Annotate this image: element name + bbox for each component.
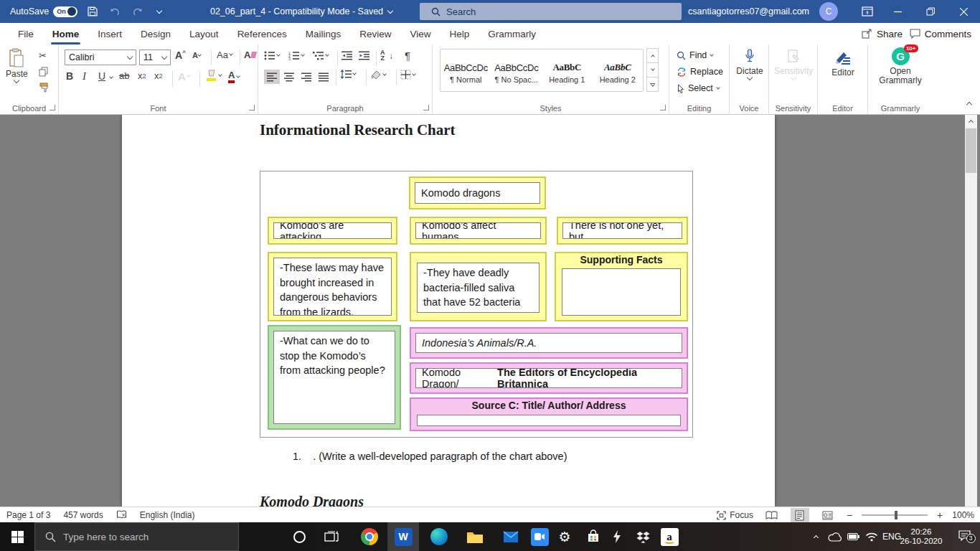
source-a-box[interactable]: Indonesia’s Animals/R.A. — [410, 327, 688, 359]
avatar[interactable]: C — [819, 2, 838, 21]
zoom-level[interactable]: 100% — [952, 510, 974, 520]
web-layout-button[interactable] — [819, 508, 837, 522]
tab-view[interactable]: View — [400, 23, 440, 44]
question-text[interactable]: -What can we do to stop the Komodo’s fro… — [273, 331, 395, 424]
minimize-button[interactable] — [881, 0, 914, 23]
borders-dropdown-icon[interactable] — [412, 72, 416, 76]
evidence-box-b[interactable]: -They have deadly bacteria-filled saliva… — [410, 252, 547, 321]
find-button[interactable]: Find — [677, 50, 713, 60]
tab-home[interactable]: Home — [43, 23, 89, 44]
onedrive-cloud-icon[interactable] — [825, 522, 844, 551]
multilevel-dropdown-icon[interactable] — [325, 52, 329, 57]
comments-button[interactable]: Comments — [910, 23, 971, 44]
tab-grammarly[interactable]: Grammarly — [479, 23, 545, 44]
font-color-button[interactable]: A — [228, 70, 240, 83]
tab-help[interactable]: Help — [440, 23, 479, 44]
cut-icon[interactable]: ✂ — [39, 50, 47, 61]
clear-formatting-button[interactable]: A — [244, 50, 256, 60]
change-case-button[interactable]: Aa — [217, 50, 232, 60]
replace-button[interactable]: Replace — [677, 67, 723, 77]
page-indicator[interactable]: Page 1 of 3 — [0, 510, 57, 520]
align-right-button[interactable] — [298, 70, 314, 84]
font-color-dropdown-icon[interactable] — [237, 74, 241, 78]
editor-button[interactable]: Editor — [828, 49, 858, 77]
edge-icon[interactable] — [423, 522, 455, 551]
collapse-ribbon-icon[interactable] — [966, 102, 972, 108]
search-box[interactable]: Search — [420, 3, 682, 20]
account-email[interactable]: csantiagotorres07@gmail.com — [688, 0, 809, 23]
ribbon-display-options-icon[interactable] — [861, 5, 874, 18]
focus-button[interactable]: Focus — [717, 510, 753, 520]
source-b-text[interactable]: Komodo Dragon/ The Editors of Encycloped… — [415, 368, 682, 388]
borders-button[interactable] — [400, 70, 415, 80]
topic-box[interactable]: Komodo dragons — [409, 176, 546, 209]
superscript-button[interactable]: x2 — [154, 70, 163, 81]
claim-box-b[interactable]: Komodo’s affect humans — [410, 217, 547, 245]
italic-button[interactable]: I — [83, 70, 86, 83]
autosave-toggle[interactable]: AutoSave On — [10, 6, 77, 17]
multilevel-list-button[interactable] — [313, 51, 329, 60]
cortana-icon[interactable] — [283, 522, 315, 551]
shading-dropdown-icon[interactable] — [382, 72, 387, 76]
tab-review[interactable]: Review — [350, 23, 400, 44]
tab-mailings[interactable]: Mailings — [296, 23, 351, 44]
decrease-indent-button[interactable] — [341, 51, 353, 60]
style-heading-1[interactable]: AaBbC Heading 1 — [542, 50, 593, 91]
highlight-dropdown-icon[interactable] — [218, 72, 222, 77]
shrink-font-button[interactable]: A — [192, 51, 201, 60]
question-box[interactable]: -What can we do to stop the Komodo’s fro… — [268, 325, 401, 430]
tab-layout[interactable]: Layout — [180, 23, 228, 44]
claim-text-a[interactable]: Komodo’s are attacking — [273, 222, 392, 239]
font-name-combobox[interactable]: Calibri — [65, 50, 136, 65]
copy-icon[interactable] — [39, 67, 48, 77]
style-no-spacing[interactable]: AaBbCcDc ¶ No Spac... — [491, 50, 542, 91]
saved-dropdown-icon[interactable] — [387, 7, 393, 13]
font-size-combobox[interactable]: 11 — [139, 50, 171, 65]
mail-icon[interactable] — [495, 522, 527, 551]
subscript-button[interactable]: x2 — [138, 70, 146, 81]
proofing-errors-icon[interactable] — [110, 510, 133, 519]
taskbar-search[interactable]: Type here to search — [34, 522, 239, 551]
styles-scroll-down[interactable] — [646, 62, 659, 77]
select-dropdown-icon[interactable] — [716, 85, 720, 90]
strikethrough-button[interactable]: ab — [119, 70, 129, 81]
close-button[interactable] — [947, 0, 980, 23]
vertical-scrollbar[interactable] — [965, 115, 977, 507]
styles-dialog-launcher[interactable] — [660, 105, 666, 110]
align-center-button[interactable] — [281, 70, 297, 84]
chrome-icon[interactable] — [354, 522, 385, 551]
numbering-button[interactable]: 123 — [288, 51, 304, 60]
redo-icon[interactable] — [130, 4, 144, 19]
justify-button[interactable] — [316, 70, 331, 84]
autosave-switch[interactable]: On — [53, 6, 77, 17]
task-view-icon[interactable] — [316, 522, 347, 551]
language-indicator[interactable]: English (India) — [133, 510, 202, 520]
start-button[interactable] — [0, 522, 34, 551]
topic-text[interactable]: Komodo dragons — [415, 182, 540, 204]
paste-button[interactable]: Paste — [6, 48, 28, 83]
read-mode-button[interactable] — [763, 508, 781, 522]
source-c-field[interactable] — [417, 415, 681, 426]
supporting-facts-field[interactable] — [562, 268, 681, 316]
bullets-dropdown-icon[interactable] — [276, 52, 281, 57]
list-item[interactable]: 1. . (Write a well-developed paragraph o… — [293, 451, 567, 462]
share-button[interactable]: Share — [862, 23, 903, 44]
evidence-text-b[interactable]: -They have deadly bacteria-filled saliva… — [417, 263, 540, 313]
styles-scroll-up[interactable] — [646, 48, 659, 63]
word-count[interactable]: 457 words — [57, 510, 109, 520]
notification-center-icon[interactable]: 3 — [953, 522, 976, 551]
grow-font-button[interactable]: A^ — [175, 50, 186, 61]
wifi-icon[interactable] — [862, 522, 881, 551]
scroll-up-arrow[interactable] — [965, 115, 977, 127]
source-c-box[interactable]: Source C: Title/ Author/ Address — [410, 397, 688, 431]
bold-button[interactable]: B — [66, 70, 73, 82]
increase-indent-button[interactable] — [359, 51, 370, 60]
line-spacing-button[interactable] — [340, 70, 356, 79]
style-normal[interactable]: AaBbCcDc ¶ Normal — [440, 50, 491, 91]
line-spacing-dropdown-icon[interactable] — [352, 71, 357, 75]
bullets-button[interactable] — [264, 51, 280, 60]
zoom-out-button[interactable]: − — [847, 509, 852, 521]
source-a-text[interactable]: Indonesia’s Animals/R.A. — [415, 333, 682, 353]
claim-text-c[interactable]: There is not one yet, but — [562, 222, 682, 239]
undo-icon[interactable] — [108, 4, 122, 19]
